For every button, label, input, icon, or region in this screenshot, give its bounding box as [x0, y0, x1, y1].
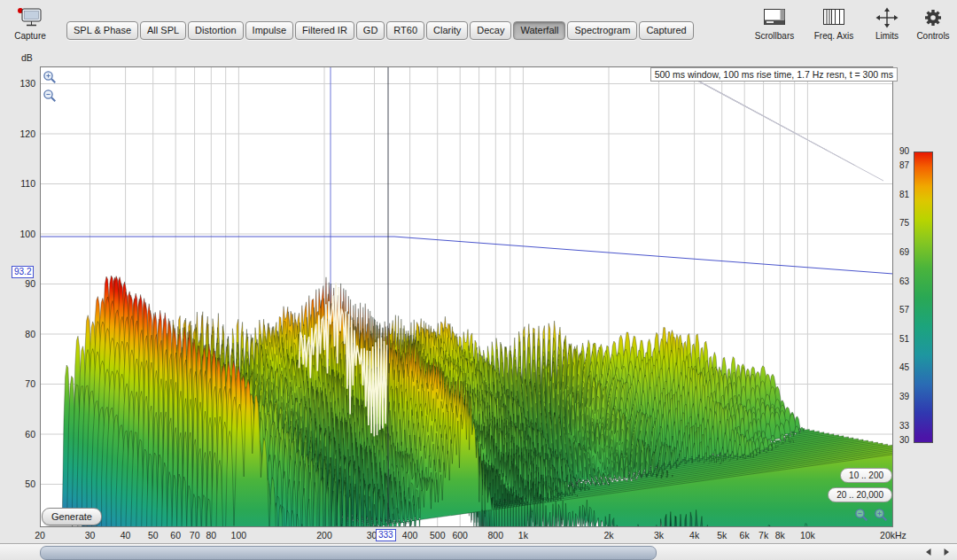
controls-button[interactable]: Controls — [913, 5, 953, 41]
scroll-right-arrow[interactable] — [938, 545, 954, 559]
tab-rt60[interactable]: RT60 — [386, 21, 424, 40]
x-tick-20: 20 — [20, 530, 59, 541]
rew-window: Capture SPL & PhaseAll SPLDistortionImpu… — [0, 0, 957, 560]
x-tick-600: 600 — [440, 530, 479, 541]
scrollbar-thumb[interactable] — [40, 546, 657, 560]
y-tick-100: 100 — [11, 229, 35, 239]
y-axis-title: dB — [21, 52, 33, 63]
freq-axis-icon — [807, 5, 860, 30]
tab-spectrogram[interactable]: Spectrogram — [567, 21, 637, 40]
freq-axis-label: Freq. Axis — [807, 31, 860, 41]
tab-gd[interactable]: GD — [356, 21, 385, 40]
scroll-left-arrow[interactable] — [921, 545, 937, 559]
limits-label: Limits — [867, 31, 907, 41]
y-tick-120: 120 — [11, 128, 35, 139]
x-tick-20khz: 20kHz — [874, 530, 913, 541]
y-tick-70: 70 — [11, 378, 35, 389]
zoom-in-horizontal-icon[interactable] — [874, 508, 888, 522]
capture-button[interactable]: Capture — [7, 5, 53, 41]
y-tick-50: 50 — [11, 478, 35, 489]
capture-label: Capture — [7, 31, 53, 41]
tab-clarity[interactable]: Clarity — [426, 21, 468, 40]
zoom-out-vertical-icon[interactable] — [43, 89, 57, 103]
tab-filtered-ir[interactable]: Filtered IR — [295, 21, 354, 40]
tab-all-spl[interactable]: All SPL — [140, 21, 186, 40]
waterfall-plot[interactable] — [40, 66, 893, 527]
tab-waterfall[interactable]: Waterfall — [513, 21, 565, 40]
x-tick-3k: 3k — [640, 530, 679, 541]
horizontal-zoom-controls — [854, 508, 888, 522]
cursor-db-readout: 93.2 — [12, 266, 34, 278]
tab-decay[interactable]: Decay — [470, 21, 511, 40]
y-tick-80: 80 — [11, 329, 35, 339]
vertical-zoom-controls — [43, 70, 57, 103]
scrollbars-icon — [749, 5, 800, 30]
freq-range-button[interactable]: 20 .. 20,000 — [828, 487, 892, 502]
x-tick-2k: 2k — [589, 530, 628, 541]
capture-icon — [7, 5, 53, 30]
waterfall-info-text: 500 ms window, 100 ms rise time, 1.7 Hz … — [650, 67, 898, 82]
tab-spl-phase[interactable]: SPL & Phase — [66, 21, 138, 40]
controls-label: Controls — [913, 31, 953, 41]
zoom-in-vertical-icon[interactable] — [43, 70, 57, 84]
y-tick-130: 130 — [11, 78, 35, 89]
measurement-tab-bar: SPL & PhaseAll SPLDistortionImpulseFilte… — [66, 21, 694, 40]
generate-button[interactable]: Generate — [42, 508, 102, 525]
y-tick-90: 90 — [11, 278, 35, 289]
tab-distortion[interactable]: Distortion — [188, 21, 243, 40]
scrollbars-label: Scrollbars — [749, 31, 800, 41]
controls-icon — [913, 5, 953, 30]
x-tick-30: 30 — [71, 530, 110, 541]
x-tick-10k: 10k — [788, 530, 827, 541]
x-tick-200: 200 — [305, 530, 344, 541]
horizontal-scrollbar[interactable] — [0, 543, 957, 560]
tab-impulse[interactable]: Impulse — [245, 21, 294, 40]
zoom-out-horizontal-icon[interactable] — [854, 508, 868, 522]
cursor-freq-readout: 333 — [376, 529, 396, 541]
limits-icon — [867, 5, 907, 30]
spl-colorbar — [914, 152, 933, 443]
tab-captured[interactable]: Captured — [639, 21, 693, 40]
x-tick-100: 100 — [219, 530, 258, 541]
y-tick-110: 110 — [11, 178, 35, 189]
y-tick-60: 60 — [11, 429, 35, 439]
x-tick-1k: 1k — [503, 530, 542, 541]
limits-button[interactable]: Limits — [867, 5, 907, 41]
scrollbars-button[interactable]: Scrollbars — [749, 5, 800, 41]
freq-axis-button[interactable]: Freq. Axis — [807, 5, 860, 41]
db-range-button[interactable]: 10 .. 200 — [840, 468, 892, 483]
